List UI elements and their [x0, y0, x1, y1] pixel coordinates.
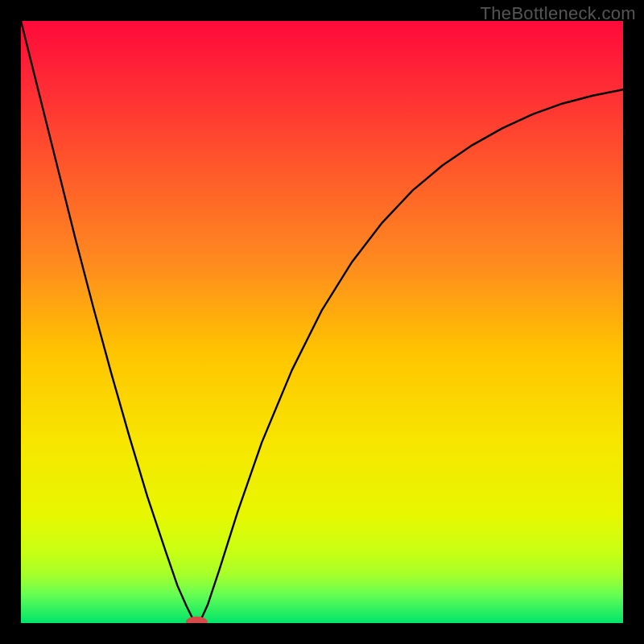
chart-frame	[21, 21, 623, 623]
chart-svg	[21, 21, 623, 623]
chart-background	[21, 21, 623, 623]
